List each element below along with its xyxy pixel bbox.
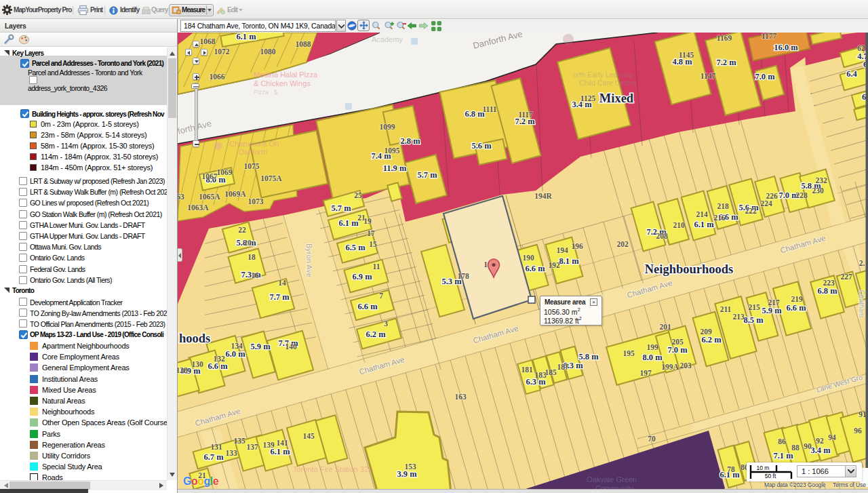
svg-text:6.1 m: 6.1 m xyxy=(694,220,714,229)
svg-text:90: 90 xyxy=(804,442,812,450)
svg-text:6.9 m: 6.9 m xyxy=(352,272,372,281)
svg-text:195: 195 xyxy=(623,349,635,357)
svg-text:133: 133 xyxy=(225,449,237,457)
svg-text:& Chicken Wings: & Chicken Wings xyxy=(254,79,311,87)
svg-text:132: 132 xyxy=(213,355,225,363)
svg-text:1067: 1067 xyxy=(202,172,218,180)
svg-text:Byron Ave: Byron Ave xyxy=(305,243,313,277)
svg-text:134: 134 xyxy=(231,342,243,350)
svg-text:1147: 1147 xyxy=(701,72,716,80)
svg-text:70: 70 xyxy=(648,435,656,443)
svg-text:Neighbourhoods: Neighbourhoods xyxy=(645,262,734,276)
svg-text:6.1 m: 6.1 m xyxy=(338,218,359,228)
svg-text:1145: 1145 xyxy=(679,51,694,59)
svg-text:94: 94 xyxy=(828,433,836,441)
svg-text:6.8 m: 6.8 m xyxy=(817,286,837,296)
svg-text:131: 131 xyxy=(210,443,222,451)
svg-text:7: 7 xyxy=(379,292,383,300)
svg-text:197: 197 xyxy=(639,369,652,377)
svg-text:5.9 m: 5.9 m xyxy=(250,342,271,351)
svg-text:14: 14 xyxy=(278,279,286,287)
svg-text:199A: 199A xyxy=(661,363,679,371)
svg-text:orth Early Learning: orth Early Learning xyxy=(573,71,633,79)
svg-text:232: 232 xyxy=(815,176,827,184)
svg-text:210: 210 xyxy=(673,221,685,229)
svg-text:6.2 m: 6.2 m xyxy=(701,335,722,344)
svg-text:205: 205 xyxy=(671,338,684,346)
svg-text:211: 211 xyxy=(720,305,732,313)
svg-text:Mixed: Mixed xyxy=(599,92,634,105)
svg-text:63: 63 xyxy=(178,193,184,201)
svg-text:86: 86 xyxy=(778,437,786,446)
svg-text:139: 139 xyxy=(262,441,275,449)
svg-text:1099: 1099 xyxy=(380,123,395,131)
svg-text:181: 181 xyxy=(521,366,533,374)
svg-text:11.9 m: 11.9 m xyxy=(383,163,407,173)
svg-text:7.2 m: 7.2 m xyxy=(716,58,736,67)
svg-text:7.0 m: 7.0 m xyxy=(667,345,688,355)
svg-text:8.5 m: 8.5 m xyxy=(743,315,764,325)
svg-text:18: 18 xyxy=(248,253,256,261)
svg-text:196: 196 xyxy=(571,242,583,250)
svg-text:16.0 m: 16.0 m xyxy=(774,43,798,52)
svg-text:1095: 1095 xyxy=(384,146,400,155)
svg-text:163: 163 xyxy=(454,393,467,401)
svg-text:190: 190 xyxy=(522,254,534,262)
svg-text:185: 185 xyxy=(545,368,557,376)
svg-text:199: 199 xyxy=(646,343,658,351)
svg-text:6.6 m: 6.6 m xyxy=(208,361,228,371)
svg-text:78: 78 xyxy=(727,465,735,473)
svg-text:202: 202 xyxy=(616,240,629,248)
svg-text:6.2 m: 6.2 m xyxy=(366,330,386,339)
svg-text:222: 222 xyxy=(745,207,757,215)
svg-text:201: 201 xyxy=(659,323,671,331)
svg-text:208: 208 xyxy=(656,232,668,240)
svg-text:5.6 m: 5.6 m xyxy=(471,141,492,151)
svg-text:17: 17 xyxy=(367,229,375,237)
svg-text:6: 6 xyxy=(862,92,866,102)
svg-text:88: 88 xyxy=(791,443,800,452)
svg-text:5.9 m: 5.9 m xyxy=(762,306,782,315)
svg-text:1069A: 1069A xyxy=(224,190,246,198)
svg-text:194R: 194R xyxy=(534,192,552,200)
svg-text:16: 16 xyxy=(251,271,259,279)
svg-text:187: 187 xyxy=(557,363,569,371)
svg-text:22: 22 xyxy=(238,226,246,234)
svg-text:224: 224 xyxy=(760,199,772,208)
svg-text:223: 223 xyxy=(823,279,835,287)
svg-text:1075A: 1075A xyxy=(260,174,282,182)
svg-text:19: 19 xyxy=(363,217,372,225)
svg-text:135: 135 xyxy=(233,437,245,445)
svg-text:214: 214 xyxy=(696,210,708,218)
svg-text:1177: 1177 xyxy=(762,33,777,40)
svg-text:137: 137 xyxy=(246,443,258,451)
svg-text:209: 209 xyxy=(700,328,712,336)
svg-text:128: 128 xyxy=(178,366,188,374)
svg-text:1080: 1080 xyxy=(260,47,276,56)
svg-text:216: 216 xyxy=(713,214,726,222)
svg-text:Pizza · $: Pizza · $ xyxy=(254,89,277,96)
svg-text:6.7 m: 6.7 m xyxy=(203,452,224,462)
svg-text:Child Care Centre: Child Care Centre xyxy=(579,79,636,87)
svg-text:1073: 1073 xyxy=(248,197,264,205)
svg-text:1169: 1169 xyxy=(717,34,732,42)
svg-text:5.8 m: 5.8 m xyxy=(578,352,599,361)
svg-text:20: 20 xyxy=(243,239,252,247)
svg-text:2.8 m: 2.8 m xyxy=(400,136,420,146)
svg-text:6.0 m: 6.0 m xyxy=(225,349,245,359)
svg-text:213: 213 xyxy=(732,313,745,321)
svg-text:1125: 1125 xyxy=(580,94,596,102)
svg-text:7.7 m: 7.7 m xyxy=(269,292,290,302)
svg-text:217: 217 xyxy=(768,298,780,307)
svg-text:96: 96 xyxy=(854,427,862,435)
svg-text:219: 219 xyxy=(791,295,803,303)
svg-text:1075: 1075 xyxy=(244,162,260,170)
svg-text:hoods: hoods xyxy=(179,332,210,345)
svg-text:1117: 1117 xyxy=(518,111,533,119)
svg-text:230: 230 xyxy=(812,186,824,195)
svg-text:7.0 m: 7.0 m xyxy=(755,72,775,81)
svg-text:92: 92 xyxy=(816,437,824,445)
svg-text:6.6 m: 6.6 m xyxy=(357,302,378,311)
svg-text:Danforth: Danforth xyxy=(239,148,267,156)
svg-text:6.6 m: 6.6 m xyxy=(525,264,545,273)
